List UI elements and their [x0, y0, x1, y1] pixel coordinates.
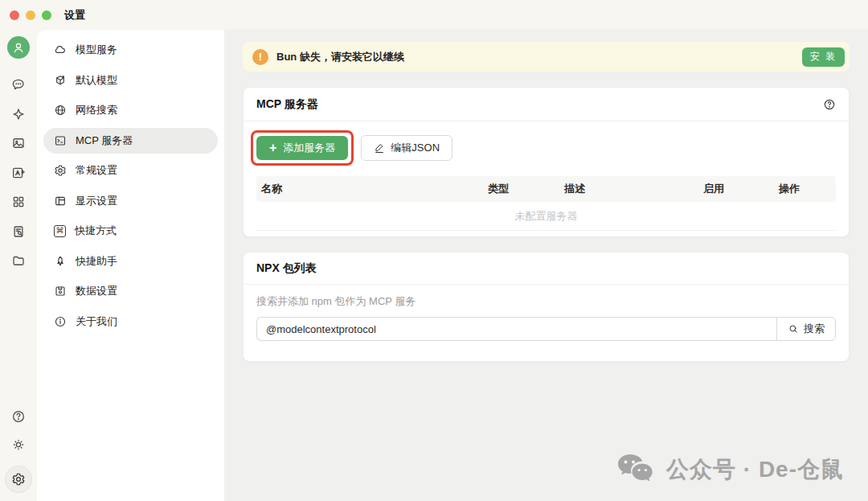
mcp-help-icon[interactable] — [823, 98, 836, 111]
npx-packages-card: NPX 包列表 搜索并添加 npm 包作为 MCP 服务 搜索 — [243, 252, 850, 362]
globe-icon — [54, 104, 67, 117]
warning-icon: ! — [252, 49, 268, 65]
sidebar-item-shortcuts[interactable]: ⌘ 快捷方式 — [43, 218, 218, 244]
edit-json-button[interactable]: 编辑JSON — [361, 135, 452, 161]
sidebar-item-mcp-servers[interactable]: MCP 服务器 — [43, 128, 218, 154]
image-icon[interactable] — [11, 136, 26, 150]
sidebar-item-label: MCP 服务器 — [76, 133, 133, 148]
minimize-window-button[interactable] — [26, 10, 35, 20]
add-server-label: 添加服务器 — [283, 141, 335, 155]
npm-search-button[interactable]: 搜索 — [776, 317, 836, 341]
sidebar-item-label: 关于我们 — [76, 314, 117, 329]
grid-icon[interactable] — [11, 195, 26, 209]
sidebar-item-label: 模型服务 — [76, 43, 117, 57]
sidebar-item-label: 快捷方式 — [75, 224, 117, 238]
plus-icon: + — [269, 142, 276, 154]
server-table-header: 名称 类型 描述 启用 操作 — [256, 176, 836, 202]
sparkle-icon[interactable] — [11, 107, 26, 121]
watermark: 公众号 · De-仓鼠 — [615, 453, 844, 487]
annotation-highlight-box: + 添加服务器 — [251, 130, 354, 166]
search-button-label: 搜索 — [804, 322, 825, 336]
search-icon — [788, 323, 799, 335]
sidebar-item-data-settings[interactable]: 数据设置 — [43, 278, 218, 304]
mcp-servers-card: MCP 服务器 + 添加服务器 编辑JSON 名称 类型 描述 启用 操作 未配… — [243, 87, 850, 237]
window-title: 设置 — [64, 8, 85, 23]
empty-state-text: 未配置服务器 — [256, 202, 836, 231]
bun-missing-banner: ! Bun 缺失，请安装它以继续 安 装 — [243, 42, 850, 72]
settings-active-highlight[interactable] — [5, 466, 32, 493]
sidebar-item-about-us[interactable]: 关于我们 — [43, 309, 218, 335]
help-icon[interactable] — [11, 409, 26, 424]
sidebar-item-label: 显示设置 — [76, 194, 117, 208]
rail-bottom — [0, 409, 37, 493]
close-window-button[interactable] — [10, 10, 19, 20]
install-bun-button[interactable]: 安 装 — [802, 47, 845, 67]
col-enabled: 启用 — [698, 182, 774, 196]
watermark-text: 公众号 · De-仓鼠 — [666, 454, 844, 485]
mcp-toolbar: + 添加服务器 编辑JSON — [256, 130, 836, 166]
gear-icon — [54, 164, 67, 177]
main-content: ! Bun 缺失，请安装它以继续 安 装 MCP 服务器 + 添加服务器 编辑J… — [224, 30, 868, 501]
translate-icon[interactable] — [11, 166, 26, 180]
command-icon: ⌘ — [54, 225, 66, 237]
npm-search-group: 搜索 — [256, 317, 836, 341]
layout-icon — [54, 195, 67, 207]
titlebar: 设置 — [0, 0, 868, 30]
sidebar-item-label: 默认模型 — [76, 73, 117, 88]
col-actions: 操作 — [774, 182, 836, 196]
settings-gear-icon — [11, 472, 26, 487]
npx-card-title: NPX 包列表 — [256, 261, 317, 276]
chat-icon[interactable] — [11, 77, 26, 92]
sidebar-item-label: 快捷助手 — [76, 254, 117, 269]
mcp-card-title: MCP 服务器 — [256, 97, 318, 112]
edit-json-label: 编辑JSON — [391, 141, 440, 155]
doc-search-icon[interactable] — [11, 224, 26, 239]
icon-rail — [0, 30, 37, 501]
info-icon — [54, 315, 67, 328]
zoom-window-button[interactable] — [42, 10, 51, 20]
col-type: 类型 — [483, 182, 559, 196]
package-icon — [54, 74, 67, 87]
npm-search-input[interactable] — [256, 317, 776, 341]
avatar[interactable] — [7, 36, 30, 59]
mcp-card-header: MCP 服务器 — [244, 88, 849, 121]
sidebar-item-web-search[interactable]: 网络搜索 — [43, 97, 218, 123]
sidebar-item-label: 网络搜索 — [76, 103, 117, 117]
banner-message: Bun 缺失，请安装它以继续 — [276, 50, 404, 64]
sidebar-item-general-settings[interactable]: 常规设置 — [43, 158, 218, 183]
npx-card-header: NPX 包列表 — [244, 253, 849, 285]
save-icon — [54, 285, 67, 298]
sidebar-item-model-service[interactable]: 模型服务 — [43, 37, 218, 63]
sidebar-item-label: 数据设置 — [76, 284, 117, 298]
add-server-button[interactable]: + 添加服务器 — [256, 136, 348, 160]
window-controls — [10, 10, 51, 20]
sidebar-item-quick-assistant[interactable]: 快捷助手 — [43, 248, 218, 274]
col-name: 名称 — [256, 182, 483, 196]
npx-hint-text: 搜索并添加 npm 包作为 MCP 服务 — [256, 294, 836, 309]
wechat-icon — [615, 453, 657, 487]
terminal-icon — [54, 134, 67, 147]
sidebar-item-label: 常规设置 — [76, 163, 117, 178]
settings-menu: 模型服务 默认模型 网络搜索 MCP 服务器 常规设置 显示设置 ⌘ 快捷方式 … — [37, 30, 224, 501]
sidebar-item-default-model[interactable]: 默认模型 — [43, 68, 218, 93]
pencil-icon — [374, 142, 385, 154]
folder-icon[interactable] — [11, 253, 26, 268]
sidebar-item-display-settings[interactable]: 显示设置 — [43, 188, 218, 214]
avatar-user-icon — [11, 40, 26, 55]
cloud-icon — [54, 43, 67, 56]
col-description: 描述 — [559, 182, 698, 196]
rocket-icon — [54, 255, 67, 268]
theme-sun-icon[interactable] — [11, 437, 26, 452]
